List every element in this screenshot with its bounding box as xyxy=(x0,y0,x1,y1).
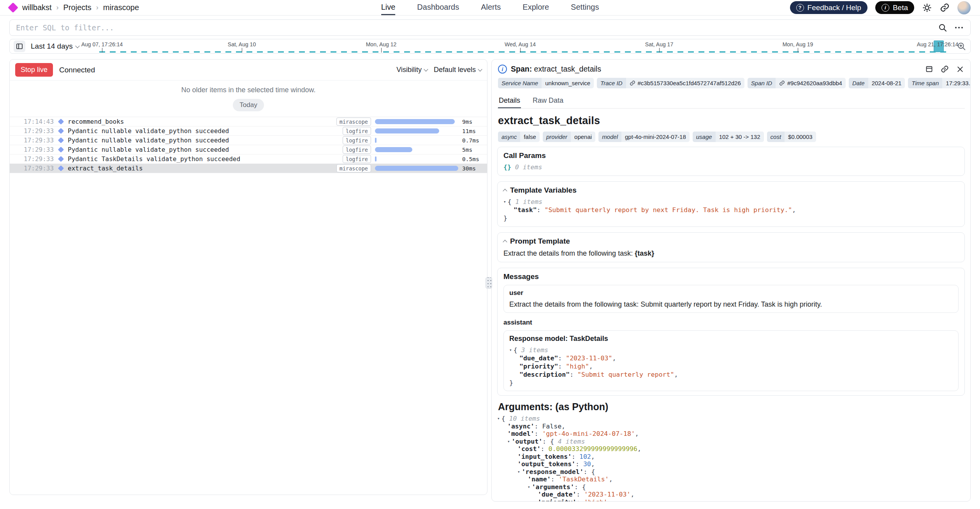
timeline-plot[interactable]: Aug 07, 17:26:14Sat, Aug 10Mon, Aug 12We… xyxy=(91,39,953,53)
prompt-template-heading: Prompt Template xyxy=(503,237,959,246)
badge-value: 102 + 30 -> 132 xyxy=(716,132,764,142)
tab-settings[interactable]: Settings xyxy=(571,0,599,15)
attribute-badge[interactable]: Service Nameunknown_service xyxy=(498,78,594,88)
row-scope-badge: logfire xyxy=(343,146,371,154)
zoom-in-icon[interactable] xyxy=(957,42,966,51)
trace-list-item[interactable]: 17:29:33extract_task_detailsmirascope30m… xyxy=(10,164,487,173)
badge-value: openai xyxy=(571,132,595,142)
attribute-badge[interactable]: Span ID #9c942620aa93dbb4 xyxy=(748,78,846,88)
row-span-name: Pydantic TaskDetails validate_python suc… xyxy=(68,155,343,163)
visibility-dropdown[interactable]: Visibility xyxy=(396,66,428,74)
row-duration-bar-zone xyxy=(375,156,458,161)
row-duration-label: 30ms xyxy=(462,165,482,172)
tab-details[interactable]: Details xyxy=(498,93,521,108)
code-line: ▾{ 3 items xyxy=(509,346,953,354)
code-line: "task": "Submit quarterly report by next… xyxy=(503,206,959,214)
collapse-toggle-icon[interactable]: ▾ xyxy=(509,348,512,353)
row-scope-badge: logfire xyxy=(343,127,371,135)
live-controls: Stop live Connected Visibility Default l… xyxy=(10,60,487,81)
badge-label: Service Name xyxy=(498,78,542,88)
beta-badge[interactable]: Beta xyxy=(875,1,914,14)
tab-live[interactable]: Live xyxy=(381,0,396,15)
logfire-logo-icon[interactable] xyxy=(8,2,18,13)
breadcrumb-projects[interactable]: Projects xyxy=(63,3,91,12)
copy-link-icon[interactable] xyxy=(941,65,949,73)
response-model-title: Response model: TaskDetails xyxy=(509,335,953,343)
badge-value: #c3b5157330ea5c1fd4572747af512d26 xyxy=(626,78,744,88)
stop-live-button[interactable]: Stop live xyxy=(15,63,53,77)
span-header: Span: extract_task_details xyxy=(497,60,965,77)
trace-list-item[interactable]: 17:29:33Pydantic nullable validate_pytho… xyxy=(10,126,487,136)
close-icon[interactable] xyxy=(956,65,964,73)
tab-explore[interactable]: Explore xyxy=(523,0,549,15)
sidebar-toggle-icon[interactable] xyxy=(14,40,25,52)
attribute-badge[interactable]: Trace ID #c3b5157330ea5c1fd4572747af512d… xyxy=(597,78,744,88)
chevron-right-icon: › xyxy=(96,4,99,12)
code-line: "description": "Submit quarterly report"… xyxy=(509,370,953,379)
row-timestamp: 17:29:33 xyxy=(24,165,58,172)
attribute-badge[interactable]: Time span17:29:33.917 to 17:29:33.946 xyxy=(908,78,971,88)
trace-list-item[interactable]: 17:29:33Pydantic nullable validate_pytho… xyxy=(10,145,487,154)
collapse-toggle-icon[interactable]: ▾ xyxy=(507,439,510,444)
today-pill[interactable]: Today xyxy=(233,99,264,111)
collapse-toggle-icon[interactable]: ▾ xyxy=(517,469,520,474)
tab-dashboards[interactable]: Dashboards xyxy=(417,0,459,15)
collapse-toggle-icon[interactable]: ▾ xyxy=(528,484,530,490)
row-scope-badge: logfire xyxy=(343,136,371,144)
trace-list-item[interactable]: 17:29:33Pydantic TaskDetails validate_py… xyxy=(10,154,487,164)
feedback-help-button[interactable]: Feedback / Help xyxy=(790,1,867,14)
collapse-toggle-icon[interactable]: ▾ xyxy=(503,199,506,204)
breadcrumb-project[interactable]: mirascope xyxy=(103,3,139,12)
more-options-icon[interactable] xyxy=(955,26,964,29)
call-params-heading: Call Params xyxy=(503,151,959,160)
badge-value: #9c942620aa93dbb4 xyxy=(776,78,846,88)
attribute-badge[interactable]: modelgpt-4o-mini-2024-07-18 xyxy=(598,132,690,142)
attribute-badge[interactable]: provideropenai xyxy=(543,132,595,142)
dock-panel-icon[interactable] xyxy=(925,65,933,73)
collapse-icon[interactable] xyxy=(503,189,507,193)
code-line: 'async': False, xyxy=(497,423,965,430)
collapse-icon[interactable] xyxy=(503,240,507,244)
row-timestamp: 17:29:33 xyxy=(24,146,58,153)
badge-label: async xyxy=(498,132,520,142)
span-diamond-icon xyxy=(58,147,64,153)
span-diamond-icon xyxy=(58,156,64,162)
assistant-response-card: Response model: TaskDetails ▾{ 3 items"d… xyxy=(503,330,959,391)
attribute-badge[interactable]: cost$0.00003 xyxy=(767,132,816,142)
chevron-down-icon xyxy=(478,67,482,71)
header-actions: Feedback / Help Beta xyxy=(790,1,971,14)
search-icon[interactable] xyxy=(938,23,947,32)
badge-label: Date xyxy=(849,78,868,88)
attribute-badge[interactable]: asyncfalse xyxy=(498,132,540,142)
row-timestamp: 17:29:33 xyxy=(24,127,58,135)
tab-raw-data[interactable]: Raw Data xyxy=(532,93,564,108)
collapse-toggle-icon[interactable]: ▾ xyxy=(497,416,500,421)
theme-toggle-icon[interactable] xyxy=(922,3,932,13)
row-duration-label: 9ms xyxy=(462,119,482,125)
time-range-dropdown[interactable]: Last 14 days xyxy=(31,42,79,51)
badge-label: usage xyxy=(693,132,716,142)
trace-list-item[interactable]: 17:14:43recommend_booksmirascope9ms xyxy=(10,117,487,126)
trace-list-item[interactable]: 17:29:33Pydantic nullable validate_pytho… xyxy=(10,136,487,145)
share-link-icon[interactable] xyxy=(940,3,950,12)
user-avatar[interactable] xyxy=(957,1,971,14)
arguments-heading: Arguments: (as Python) xyxy=(498,401,964,412)
panel-resize-handle[interactable] xyxy=(486,277,492,289)
code-line: {} 0 items xyxy=(503,163,959,171)
badge-label: model xyxy=(598,132,621,142)
row-duration-label: 5ms xyxy=(462,147,482,153)
span-diamond-icon xyxy=(58,119,64,125)
default-levels-dropdown[interactable]: Default levels xyxy=(434,66,482,74)
attribute-badge[interactable]: usage102 + 30 -> 132 xyxy=(693,132,764,142)
chevron-down-icon xyxy=(75,44,79,48)
attribute-badge[interactable]: Date2024-08-21 xyxy=(849,78,905,88)
sql-filter-input[interactable] xyxy=(9,19,971,36)
live-trace-panel: Stop live Connected Visibility Default l… xyxy=(9,59,487,495)
row-duration-bar-zone xyxy=(375,119,458,124)
badge-value: unknown_service xyxy=(542,78,594,88)
row-duration-bar xyxy=(375,156,377,161)
tab-alerts[interactable]: Alerts xyxy=(481,0,501,15)
timeline-tick-mark xyxy=(798,48,798,53)
breadcrumb-org[interactable]: willbakst xyxy=(22,3,52,12)
row-scope-badge: mirascope xyxy=(336,118,371,126)
